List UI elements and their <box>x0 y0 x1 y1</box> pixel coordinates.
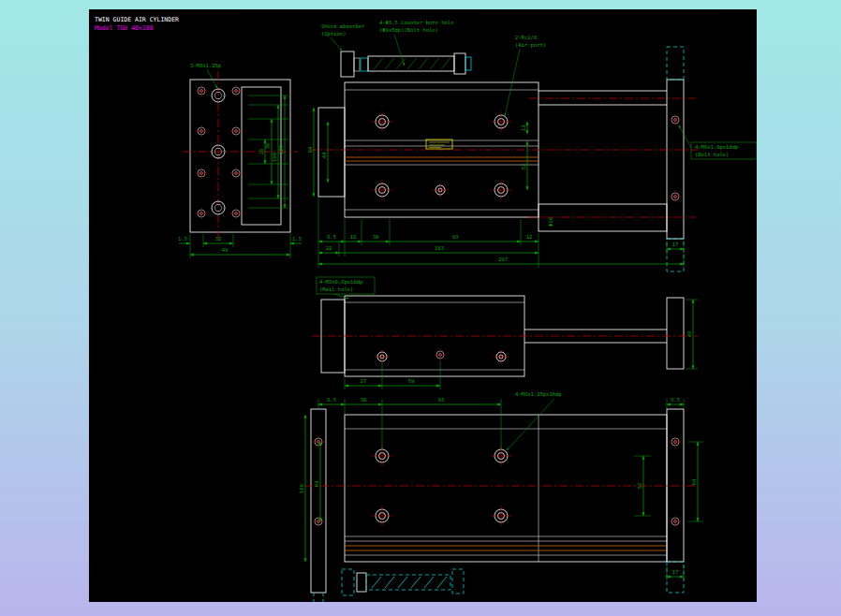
dim-label: 64 <box>691 478 697 485</box>
dim-label: 93 <box>452 234 459 240</box>
dim-label: 44 <box>321 152 327 158</box>
air-port-note: (Air port) <box>515 42 546 49</box>
end-plate <box>667 409 684 562</box>
shock-absorber <box>341 51 471 77</box>
air-port-note: 2-Rc1/8 <box>515 35 537 40</box>
drawing-title: TWIN GUIDE AIR CYLINDER <box>95 16 179 23</box>
dim-label: 1.5 <box>178 236 187 242</box>
drawing-model: Model TGU 40x100 <box>95 24 154 32</box>
dim-label: 52 <box>637 483 642 490</box>
guide-table-section <box>539 204 667 231</box>
shock-note: (Option) <box>321 31 347 37</box>
dim-label: 100 <box>272 153 277 162</box>
dim-label: 18 <box>350 234 357 240</box>
dim-label: 17 <box>672 242 679 247</box>
dim-label: 26 <box>258 149 264 155</box>
bolt-note: 4-M6x1.0px10dp <box>695 144 738 151</box>
counterbore-note: (Φ9x5dp)(Bolt hole) <box>379 27 438 34</box>
end-bolt-note: 3-M8x1.25p <box>190 63 221 69</box>
bolt-note: (Bolt hole) <box>695 152 729 157</box>
desktop-background: TWIN GUIDE AIR CYLINDER Model TGU 40x100… <box>0 0 841 616</box>
bottom-view[interactable]: 8.5 30 93 8.5 4-M8x1.25px16dp 100 64 52 <box>299 391 703 602</box>
dim-label: 93 <box>438 397 445 403</box>
dim-label: 13 <box>521 125 526 132</box>
shock-note: Shock absorber <box>321 23 365 29</box>
dim-label: 1.5 <box>292 236 302 242</box>
dim-label: 100 <box>299 484 304 493</box>
dim-label: 64 <box>307 146 313 153</box>
dim-label: 49 <box>222 247 229 253</box>
counterbore-note: 4-Φ5.5 Counter bore hole <box>379 20 453 25</box>
end-plate <box>667 80 684 239</box>
side-view[interactable]: 4-M5x0.8px10dp (Rail hole) 27 59 49 <box>312 277 698 389</box>
shock-absorber-phantom <box>314 569 464 602</box>
dim-label: 70 <box>265 143 271 150</box>
dim-label: 12 <box>526 234 533 240</box>
plan-view[interactable]: Shock absorber (Option) 4-Φ5.5 Counter b… <box>307 20 757 271</box>
dim-label: 30 <box>361 397 367 403</box>
title-block: TWIN GUIDE AIR CYLINDER Model TGU 40x100 <box>95 16 179 32</box>
dim-label: 64 <box>314 480 319 487</box>
dim-label: 22 <box>326 245 332 251</box>
left-cap <box>318 108 345 197</box>
drawing-canvas[interactable]: TWIN GUIDE AIR CYLINDER Model TGU 40x100… <box>89 9 757 602</box>
guide-table <box>345 415 667 562</box>
rail-note: 4-M5x0.8px10dp <box>319 279 362 286</box>
rod-diameter-label: Φ16 <box>548 217 553 227</box>
dim-label: 49 <box>686 331 692 338</box>
dim-label: 17 <box>672 569 679 575</box>
bolt-note: 4-M8x1.25px16dp <box>515 391 562 398</box>
dim-label: 52 <box>521 164 526 170</box>
dim-label: 27 <box>361 378 367 384</box>
dim-label: 32 <box>215 236 222 242</box>
dim-label: 8.5 <box>327 234 336 240</box>
cad-drawing: TWIN GUIDE AIR CYLINDER Model TGU 40x100… <box>89 9 757 602</box>
dim-label: 8.5 <box>671 397 680 403</box>
dim-label: 8.5 <box>327 397 336 403</box>
end-plate <box>667 298 684 369</box>
dim-label: 59 <box>408 378 415 384</box>
dim-label: 120 <box>278 145 284 154</box>
end-plate-phantom-top <box>667 47 684 80</box>
end-view[interactable]: 3-M8x1.25p 1.5 32 1.5 49 <box>178 63 302 258</box>
nameplate <box>426 139 452 149</box>
dim-label: 30 <box>373 234 379 240</box>
dim-label: 297 <box>498 257 508 262</box>
dim-label: 183 <box>435 245 444 251</box>
end-plate-phantom <box>667 562 684 593</box>
rail-note: (Rail hole) <box>319 286 353 292</box>
